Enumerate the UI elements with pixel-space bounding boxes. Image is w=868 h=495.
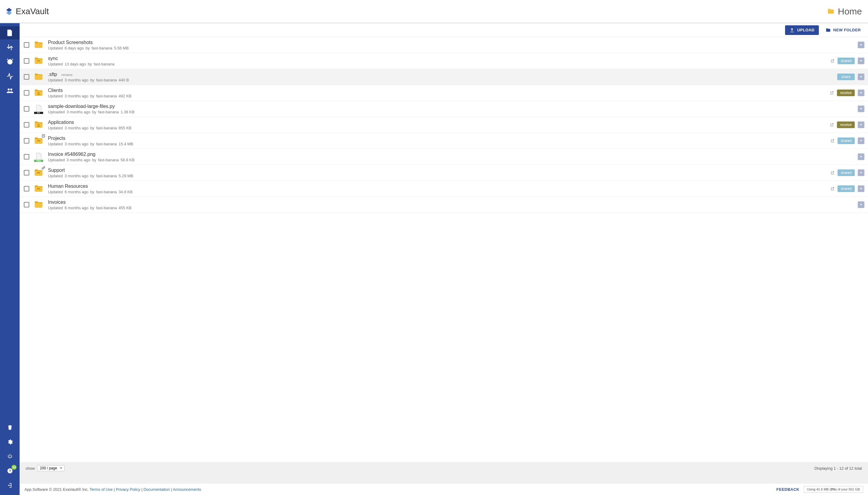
external-link-icon[interactable] bbox=[830, 91, 834, 95]
upload-button[interactable]: Upload bbox=[785, 25, 819, 35]
file-name[interactable]: Clients bbox=[48, 88, 63, 93]
shared-badge[interactable]: shared bbox=[837, 137, 855, 144]
alarms-icon bbox=[6, 58, 14, 66]
docs-link[interactable]: Documentation bbox=[144, 487, 170, 492]
pager-show-label: show bbox=[26, 466, 35, 471]
sidebar-item-power[interactable] bbox=[0, 450, 20, 463]
privacy-link[interactable]: Privacy Policy bbox=[116, 487, 140, 492]
new-folder-button-label: New Folder bbox=[833, 28, 861, 32]
row-actions: receive bbox=[830, 121, 864, 128]
file-name[interactable]: .sftp bbox=[48, 72, 57, 77]
row-actions: shared bbox=[830, 169, 864, 176]
sidebar-item-logout[interactable] bbox=[0, 479, 20, 492]
sidebar-item-users[interactable] bbox=[0, 84, 20, 97]
new-folder-button[interactable]: New Folder bbox=[824, 25, 862, 35]
row-menu-button[interactable] bbox=[858, 89, 864, 96]
folder-receive-icon bbox=[33, 120, 44, 130]
external-link-icon[interactable] bbox=[830, 139, 835, 143]
row-actions bbox=[858, 41, 864, 48]
row-checkbox[interactable] bbox=[24, 90, 29, 96]
top-header: ExaVault Home bbox=[0, 0, 868, 23]
folder-icon bbox=[33, 40, 44, 50]
row-checkbox[interactable] bbox=[24, 42, 29, 48]
external-link-icon[interactable] bbox=[830, 187, 835, 191]
file-name[interactable]: Projects bbox=[48, 136, 65, 141]
row-checkbox[interactable] bbox=[24, 74, 29, 80]
row-menu-button[interactable] bbox=[858, 137, 864, 144]
file-png-icon: PNG bbox=[33, 152, 44, 162]
file-name[interactable]: sync bbox=[48, 56, 58, 61]
brand-logo[interactable]: ExaVault bbox=[5, 7, 49, 16]
row-menu-button[interactable] bbox=[858, 201, 864, 208]
row-menu-button[interactable] bbox=[858, 73, 864, 80]
sidebar-item-alarms[interactable] bbox=[0, 55, 20, 68]
row-checkbox[interactable] bbox=[24, 202, 29, 207]
sidebar-item-files[interactable] bbox=[0, 26, 20, 39]
sidebar-item-trash[interactable] bbox=[0, 421, 20, 434]
share-badge[interactable]: share bbox=[837, 73, 855, 80]
file-meta: Updated 3 months ago by fast-banana 855 … bbox=[48, 126, 825, 130]
row-menu-button[interactable] bbox=[858, 169, 864, 176]
file-name[interactable]: sample-download-large-files.py bbox=[48, 104, 115, 109]
shared-badge[interactable]: shared bbox=[837, 57, 855, 64]
upload-icon bbox=[789, 28, 795, 33]
row-menu-button[interactable] bbox=[858, 41, 864, 48]
terms-link[interactable]: Terms of Use bbox=[89, 487, 113, 492]
file-name[interactable]: Product Screenshots bbox=[48, 40, 93, 45]
file-meta: Updated 6 days ago by fast-banana 5.56 M… bbox=[48, 46, 853, 50]
external-link-icon[interactable] bbox=[830, 171, 835, 175]
file-name[interactable]: Human Resources bbox=[48, 184, 88, 189]
receive-badge[interactable]: receive bbox=[837, 121, 855, 128]
sidebar-item-settings[interactable] bbox=[0, 435, 20, 448]
row-menu-button[interactable] bbox=[858, 153, 864, 160]
rename-hint[interactable]: rename bbox=[61, 73, 72, 76]
file-info: sample-download-large-files.pyUploaded 3… bbox=[48, 104, 853, 114]
row-actions: shared bbox=[830, 185, 864, 192]
sidebar-item-transfers[interactable] bbox=[0, 41, 20, 54]
folder-sync-icon bbox=[33, 136, 44, 146]
file-name[interactable]: Support bbox=[48, 168, 65, 173]
breadcrumb-current: Home bbox=[838, 6, 862, 17]
row-checkbox[interactable] bbox=[24, 106, 29, 112]
file-name[interactable]: Invoice #5486962.png bbox=[48, 152, 95, 157]
row-checkbox[interactable] bbox=[24, 122, 29, 127]
file-meta: Updated 3 months ago by fast-banana 440 … bbox=[48, 78, 833, 82]
row-checkbox[interactable] bbox=[24, 58, 29, 64]
row-menu-button[interactable] bbox=[858, 185, 864, 192]
trash-icon bbox=[7, 425, 13, 430]
file-name[interactable]: Applications bbox=[48, 120, 74, 125]
file-info: .sftprenameUpdated 3 months ago by fast-… bbox=[48, 72, 833, 82]
file-list: Product ScreenshotsUpdated 6 days ago by… bbox=[20, 37, 868, 462]
external-link-icon[interactable] bbox=[830, 123, 834, 127]
sidebar: ?10 bbox=[0, 23, 20, 495]
shared-badge[interactable]: shared bbox=[837, 169, 855, 176]
row-checkbox[interactable] bbox=[24, 138, 29, 143]
row-menu-button[interactable] bbox=[858, 105, 864, 112]
row-actions bbox=[858, 201, 864, 208]
footer: App Software © 2021 ExaVault® Inc. Terms… bbox=[20, 483, 868, 495]
file-row: ProjectsUpdated 3 months ago by fast-ban… bbox=[20, 133, 868, 149]
sidebar-item-activity[interactable] bbox=[0, 70, 20, 83]
page-size-select[interactable]: 200 / page bbox=[37, 465, 65, 471]
file-info: InvoicesUpdated 6 months ago by fast-ban… bbox=[48, 200, 853, 210]
transfers-icon bbox=[6, 44, 14, 51]
file-row: SupportUpdated 3 months ago by fast-bana… bbox=[20, 165, 868, 181]
file-info: SupportUpdated 3 months ago by fast-bana… bbox=[48, 168, 826, 178]
shared-badge[interactable]: shared bbox=[837, 185, 855, 192]
receive-badge[interactable]: receive bbox=[837, 89, 855, 96]
row-menu-button[interactable] bbox=[858, 57, 864, 64]
file-name[interactable]: Invoices bbox=[48, 200, 66, 205]
row-actions bbox=[858, 105, 864, 112]
row-checkbox[interactable] bbox=[24, 186, 29, 191]
external-link-icon[interactable] bbox=[830, 59, 835, 63]
row-checkbox[interactable] bbox=[24, 154, 29, 159]
upload-button-label: Upload bbox=[797, 28, 814, 32]
file-py-icon: PY bbox=[33, 104, 44, 114]
feedback-button[interactable]: FEEDBACK bbox=[776, 487, 799, 492]
row-menu-button[interactable] bbox=[858, 121, 864, 128]
announcements-link[interactable]: Announcements bbox=[173, 487, 201, 492]
sidebar-item-help[interactable]: ?10 bbox=[0, 464, 20, 478]
row-checkbox[interactable] bbox=[24, 170, 29, 175]
files-icon bbox=[6, 29, 14, 37]
file-meta: Updated 3 months ago by fast-banana 15.4… bbox=[48, 142, 826, 146]
